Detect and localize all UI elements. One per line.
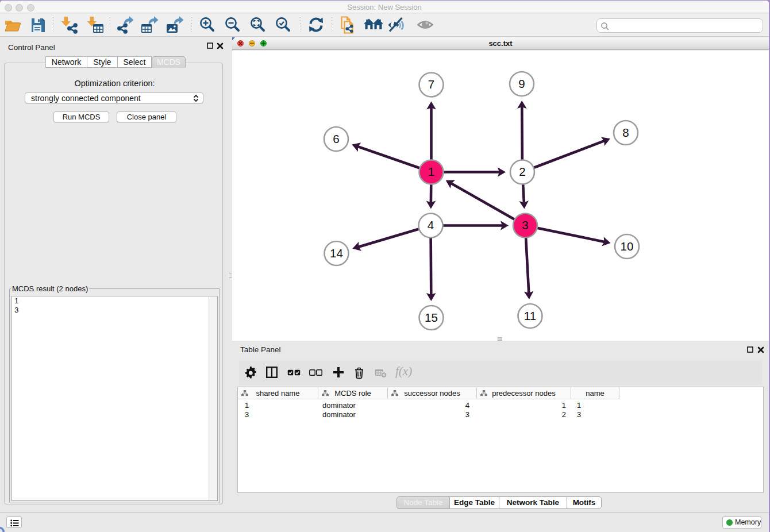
svg-text:8: 8: [622, 126, 629, 139]
svg-text:1: 1: [428, 165, 434, 178]
svg-text:7: 7: [428, 78, 434, 91]
svg-text:9: 9: [518, 77, 525, 90]
svg-text:10: 10: [621, 240, 634, 253]
svg-text:3: 3: [522, 218, 528, 232]
svg-text:15: 15: [425, 311, 438, 324]
svg-text:4: 4: [428, 218, 434, 232]
svg-text:2: 2: [519, 165, 525, 178]
svg-text:14: 14: [330, 246, 343, 260]
svg-text:11: 11: [524, 309, 536, 322]
svg-text:6: 6: [333, 132, 339, 145]
